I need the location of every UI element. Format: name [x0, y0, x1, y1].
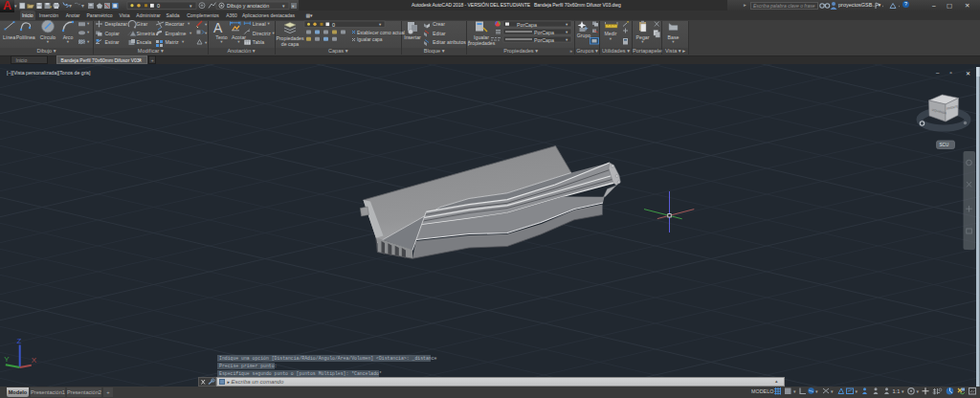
svg-text:SCU: SCU — [940, 143, 949, 147]
svg-text:▾: ▾ — [831, 388, 834, 394]
svg-text:X: X — [32, 356, 37, 365]
svg-text:▾: ▾ — [917, 388, 920, 394]
svg-text:▾: ▾ — [856, 388, 858, 394]
svg-text:Y: Y — [4, 355, 10, 364]
svg-text:1:1: 1:1 — [893, 388, 901, 394]
svg-text:▾: ▾ — [815, 388, 818, 394]
svg-text:Z: Z — [17, 337, 22, 345]
svg-text:A: A — [213, 20, 223, 35]
svg-text:▾: ▾ — [793, 388, 796, 394]
svg-text:▾: ▾ — [902, 388, 904, 394]
